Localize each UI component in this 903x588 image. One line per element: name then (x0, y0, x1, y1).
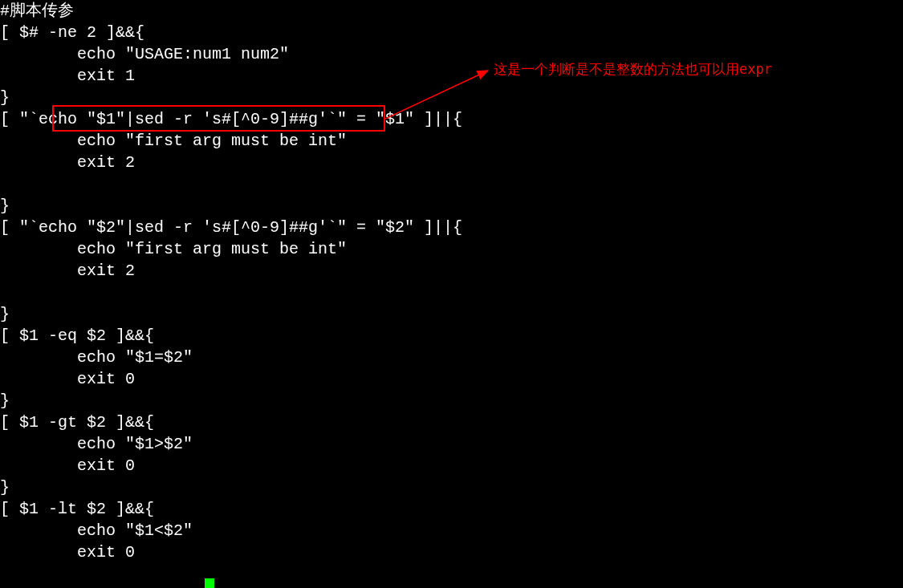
code-line: echo "$1<$2" (0, 520, 903, 541)
code-line: [ $# -ne 2 ]&&{ (0, 22, 903, 43)
code-line (0, 282, 903, 303)
code-line: } (0, 563, 903, 585)
code-line: exit 2 (0, 260, 903, 282)
code-line: [ "`echo "$1"|sed -r 's#[^0-9]##g'`" = "… (0, 108, 903, 130)
code-line: echo "$1>$2" (0, 433, 903, 455)
code-line: } (0, 390, 903, 412)
cursor-icon (205, 578, 214, 588)
code-line: exit 0 (0, 541, 903, 563)
code-line: [ $1 -eq $2 ]&&{ (0, 325, 903, 347)
code-line: [ "`echo "$2"|sed -r 's#[^0-9]##g'`" = "… (0, 217, 903, 238)
code-line: [ $1 -lt $2 ]&&{ (0, 498, 903, 520)
code-line: } (0, 195, 903, 217)
code-line: echo "first arg must be int" (0, 238, 903, 260)
code-line: echo "first arg must be int" (0, 130, 903, 152)
code-line: exit 0 (0, 455, 903, 476)
code-line: echo "$1=$2" (0, 347, 903, 368)
code-line: } (0, 87, 903, 108)
code-line: [ $1 -gt $2 ]&&{ (0, 412, 903, 433)
code-line: } (0, 476, 903, 498)
code-line: } (0, 303, 903, 325)
annotation-text: 这是一个判断是不是整数的方法也可以用expr (494, 59, 772, 80)
code-line: exit 2 (0, 152, 903, 173)
terminal-viewport[interactable]: #脚本传参 [ $# -ne 2 ]&&{ echo "USAGE:num1 n… (0, 0, 903, 585)
code-line (0, 173, 903, 195)
code-line: exit 0 (0, 368, 903, 390)
code-line: #脚本传参 (0, 0, 903, 22)
